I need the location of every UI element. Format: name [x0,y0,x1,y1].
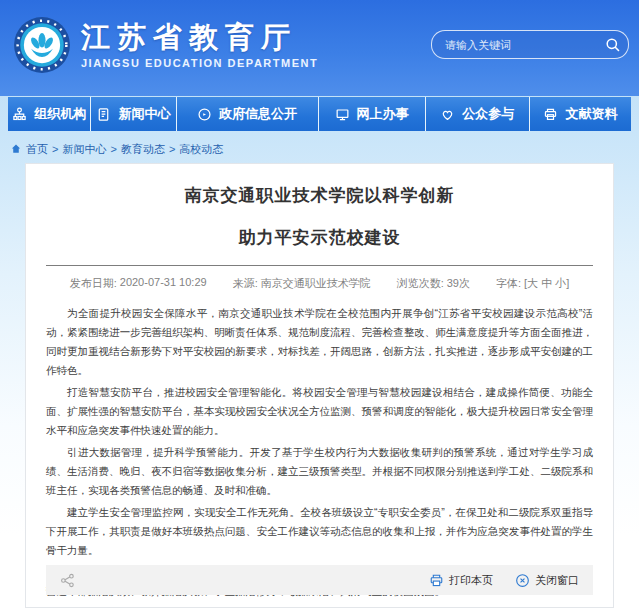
site-title: 江苏省教育厅 [81,21,318,53]
breadcrumb-home[interactable]: 首页 [26,142,48,157]
breadcrumb-separator: > [169,143,175,155]
breadcrumb-separator: > [52,143,58,155]
nav-label: 新闻中心 [118,105,170,123]
share-icon [60,573,75,588]
font-size-label: 字体: [496,276,521,291]
print-page-button[interactable]: 打印本页 [429,573,493,588]
article-toolbar: 打印本页 关闭窗口 [46,565,593,595]
nav-label: 公众参与 [462,105,514,123]
article-body: 为全面提升校园安全保障水平，南京交通职业技术学院在全校范围内开展争创“江苏省平安… [46,304,593,601]
title-divider [46,265,593,266]
article-paragraph: 建立学生安全管理监控网，实现安全工作无死角。全校各班级设立“专职安全委员”，在保… [46,503,593,560]
news-icon [96,107,111,122]
close-circle-icon [515,573,530,588]
share-button[interactable] [60,573,75,588]
publish-date-label: 发布日期: [70,276,117,291]
nav-label: 文献资料 [565,105,617,123]
info-disclosure-icon [197,107,212,122]
jiangsu-education-logo-icon [13,16,71,74]
font-size-options[interactable]: [大 中 小] [524,276,569,291]
breadcrumb-separator: > [110,143,116,155]
source-value: 南京交通职业技术学院 [261,276,371,291]
article-title-line2: 助力平安示范校建设 [26,228,613,248]
article-title-line1: 南京交通职业技术学院以科学创新 [26,186,613,206]
source-label: 来源: [233,276,258,291]
nav-label: 组织机构 [34,105,86,123]
nav-item-documents[interactable]: 文献资料 [530,97,631,131]
search-button[interactable] [598,31,628,58]
nav-label: 政府信息公开 [219,105,297,123]
nav-label: 网上办事 [357,105,409,123]
article-panel: 南京交通职业技术学院以科学创新 助力平安示范校建设 发布日期: 2020-07-… [25,163,614,608]
site-brand: 江苏省教育厅 JIANGSU EDUCATION DEPARTMENT [13,16,318,74]
views-value: 39次 [447,276,470,291]
site-subtitle: JIANGSU EDUCATION DEPARTMENT [81,57,318,69]
search-input[interactable] [432,31,598,58]
article-meta: 发布日期: 2020-07-31 10:29 来源: 南京交通职业技术学院 浏览… [26,276,613,291]
article-paragraph: 为全面提升校园安全保障水平，南京交通职业技术学院在全校范围内开展争创“江苏省平安… [46,304,593,380]
heart-icon [440,107,455,122]
breadcrumb-education-news[interactable]: 教育动态 [121,142,165,157]
search-box [431,30,629,59]
org-chart-icon [12,107,27,122]
site-header: 江苏省教育厅 JIANGSU EDUCATION DEPARTMENT [0,0,639,96]
home-icon [10,143,22,155]
nav-item-news-center[interactable]: 新闻中心 [91,97,175,131]
main-nav: 组织机构 新闻中心 政府信息公开 网上办事 公众参与 文献资 [8,97,631,131]
nav-item-organization[interactable]: 组织机构 [8,97,90,131]
views-label: 浏览次数: [397,276,444,291]
printer-icon [429,573,444,588]
breadcrumb: 首页 > 新闻中心 > 教育动态 > 高校动态 [10,141,223,157]
article-paragraph: 引进大数据管理，提升科学预警能力。开发了基于学生校内行为大数据收集研判的预警系统… [46,443,593,500]
article-paragraph: 打造智慧安防平台，推进校园安全管理智能化。将校园安全管理与智慧校园建设相结合，建… [46,383,593,440]
print-page-label: 打印本页 [449,573,493,588]
monitor-icon [335,107,350,122]
close-window-button[interactable]: 关闭窗口 [515,573,579,588]
nav-item-gov-info-disclosure[interactable]: 政府信息公开 [177,97,318,131]
close-window-label: 关闭窗口 [535,573,579,588]
publish-date-value: 2020-07-31 10:29 [120,276,207,291]
nav-item-online-services[interactable]: 网上办事 [319,97,425,131]
breadcrumb-news-center[interactable]: 新闻中心 [62,142,106,157]
printer-archive-icon [543,107,558,122]
nav-item-public-participation[interactable]: 公众参与 [426,97,529,131]
search-icon [605,37,621,53]
breadcrumb-college-news[interactable]: 高校动态 [179,142,223,157]
